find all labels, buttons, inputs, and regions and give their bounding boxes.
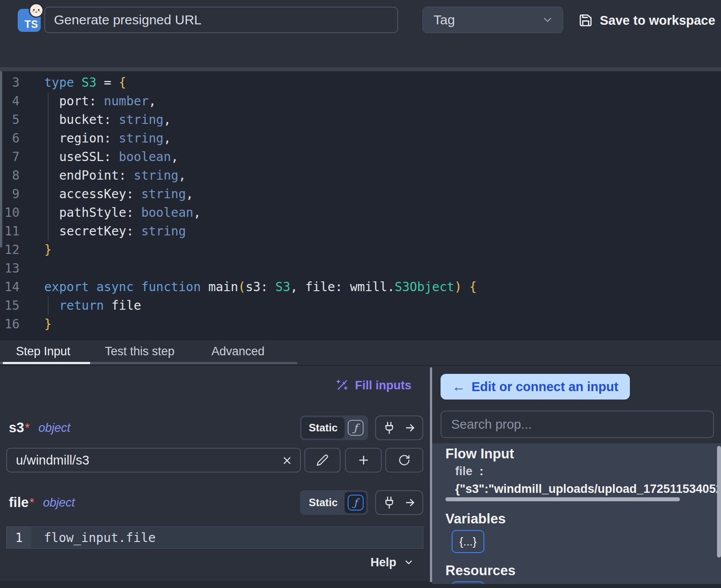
- add-resource-button[interactable]: [345, 448, 382, 473]
- variables-title: Variables: [445, 511, 506, 527]
- line-number: 8: [0, 166, 19, 185]
- s3-mode-javascript[interactable]: ƒ: [345, 417, 366, 438]
- file-connect-group: [375, 490, 423, 515]
- file-mode-toggle: Static ƒ: [300, 490, 368, 515]
- line-number: 7: [0, 148, 19, 166]
- code-lines: 3type S3 = {4 port: number,5 bucket: str…: [0, 73, 721, 334]
- tab-advanced[interactable]: Advanced: [211, 345, 265, 358]
- field-header-file: file* object: [9, 490, 75, 515]
- expression-line-number: 1: [7, 527, 31, 548]
- clear-icon[interactable]: [281, 455, 293, 466]
- code-line: 13: [0, 259, 721, 278]
- refresh-resource-button[interactable]: [385, 448, 423, 473]
- line-number: 6: [0, 129, 19, 148]
- s3-resource-input[interactable]: [7, 449, 300, 472]
- line-number: 14: [0, 278, 19, 296]
- wand-sparkles-icon: [335, 378, 349, 392]
- code-line: 4 port: number,: [0, 92, 721, 111]
- panel-tabbar: Step Input Test this step Advanced: [0, 340, 721, 366]
- field-type: object: [38, 421, 70, 435]
- edit-resource-button[interactable]: [304, 448, 341, 473]
- expression-code: flow_input.file: [31, 527, 423, 548]
- resources-title: Resources: [445, 563, 516, 579]
- windmill-step-editor: TS Tag Save to workspace $ $: [0, 0, 721, 588]
- variables-object-chip[interactable]: {...}: [452, 530, 484, 553]
- tab-test-this-step[interactable]: Test this step: [105, 345, 175, 358]
- field-header-s3: s3* object: [9, 415, 70, 440]
- script-name-input[interactable]: [44, 7, 398, 33]
- line-number: 13: [0, 259, 19, 278]
- file-expression-editor[interactable]: 1 flow_input.file: [6, 527, 423, 549]
- vertical-scrollbar[interactable]: [717, 446, 721, 557]
- field-label: s3: [9, 420, 24, 436]
- code-line: 9 accessKey: string,: [0, 185, 721, 204]
- code-editor[interactable]: 3type S3 = {4 port: number,5 bucket: str…: [0, 71, 721, 340]
- code-line: 15 return file: [0, 296, 721, 315]
- edit-or-connect-label: Edit or connect an input: [472, 380, 618, 394]
- s3-connect-group: [375, 415, 423, 440]
- code-line: 11 secretKey: string: [0, 222, 721, 241]
- tab-step-input[interactable]: Step Input: [16, 345, 70, 358]
- code-line: 12}: [0, 241, 721, 259]
- code-line: 10 pathStyle: boolean,: [0, 204, 721, 222]
- refresh-icon: [398, 454, 410, 466]
- line-number: 5: [0, 111, 19, 129]
- typescript-logo-label: TS: [25, 19, 38, 31]
- line-number: 15: [0, 296, 19, 315]
- code-line: 6 region: string,: [0, 129, 721, 148]
- bun-face-icon: [28, 2, 44, 18]
- file-mode-static[interactable]: Static: [302, 492, 345, 513]
- s3-mode-static[interactable]: Static: [302, 417, 345, 438]
- code-line: 7 useSSL: boolean,: [0, 148, 721, 166]
- code-line: 8 endPoint: string,: [0, 166, 721, 185]
- help-button[interactable]: Help: [370, 554, 414, 571]
- field-label: file: [9, 495, 29, 511]
- flow-input-title: Flow Input: [445, 446, 514, 462]
- arrow-right-icon[interactable]: [404, 496, 416, 509]
- edit-or-connect-button[interactable]: ← Edit or connect an input: [441, 374, 630, 400]
- tab-underline-active: [3, 362, 90, 364]
- arrow-left-icon: ←: [452, 379, 465, 394]
- function-icon: ƒ: [348, 495, 364, 511]
- topbar: TS Tag Save to workspace: [0, 0, 721, 41]
- code-line: 5 bucket: string,: [0, 111, 721, 129]
- save-icon: [579, 13, 593, 27]
- code-line: 14export async function main(s3: S3, fil…: [0, 278, 721, 296]
- horizontal-scrollbar[interactable]: [445, 497, 680, 501]
- fill-inputs-label: Fill inputs: [355, 379, 412, 392]
- typescript-logo: TS: [18, 9, 41, 32]
- flow-input-key: file: [455, 465, 472, 478]
- flow-input-separator: :: [479, 465, 483, 478]
- plug-icon[interactable]: [383, 496, 396, 509]
- fill-inputs-button[interactable]: Fill inputs: [335, 377, 412, 393]
- flow-input-key-row[interactable]: file :: [455, 465, 483, 480]
- editor-resize-handle[interactable]: [0, 67, 721, 71]
- plus-icon: [357, 453, 370, 467]
- arrow-right-icon[interactable]: [404, 422, 416, 434]
- tag-select-value: Tag: [433, 12, 455, 27]
- chevron-down-icon: [541, 14, 554, 26]
- line-number: 9: [0, 185, 19, 204]
- plug-icon[interactable]: [383, 421, 396, 434]
- search-prop-input[interactable]: [441, 411, 714, 438]
- prop-picker-section: Flow Input file : {"s3":"windmill_upload…: [432, 443, 721, 584]
- code-line: 16}: [0, 315, 721, 334]
- script-toolbar: $ $: [0, 41, 721, 67]
- line-number: 12: [0, 241, 19, 259]
- chevron-down-icon: [403, 557, 414, 568]
- tag-select[interactable]: Tag: [422, 7, 563, 33]
- file-mode-javascript[interactable]: ƒ: [345, 492, 366, 513]
- line-number: 11: [0, 222, 19, 241]
- save-to-workspace-button[interactable]: Save to workspace: [579, 12, 715, 29]
- help-label: Help: [370, 556, 396, 569]
- resources-object-chip[interactable]: {...}: [452, 581, 484, 584]
- line-number: 4: [0, 92, 19, 111]
- code-line: 3type S3 = {: [0, 73, 721, 92]
- flow-input-value[interactable]: {"s3":"windmill_uploads/upload_172511534…: [455, 482, 721, 498]
- required-mark: *: [30, 496, 35, 510]
- line-number: 10: [0, 204, 19, 222]
- pencil-icon: [316, 454, 329, 466]
- function-icon: ƒ: [348, 420, 364, 436]
- step-input-panel: Fill inputs s3* object Static ƒ: [0, 366, 430, 581]
- save-to-workspace-label: Save to workspace: [600, 13, 715, 28]
